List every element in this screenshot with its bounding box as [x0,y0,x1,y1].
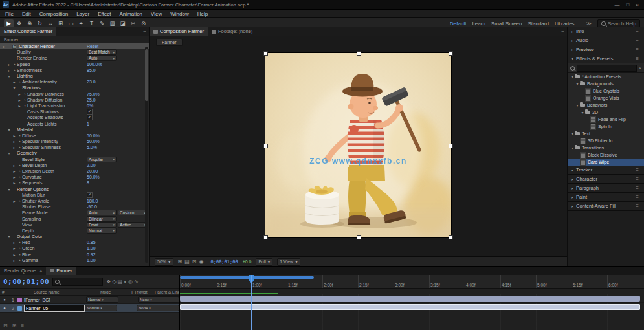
stopwatch-icon[interactable]: ◔ [17,258,22,263]
panel-menu-icon[interactable]: ≡ [559,28,567,34]
layer-track[interactable] [180,303,644,311]
twirl-icon[interactable]: ▸ [570,177,574,181]
clear-search-icon[interactable]: × [639,66,641,71]
panel-menu-icon[interactable]: ≡ [140,28,149,34]
property-value[interactable]: 23.0 [87,80,96,84]
effect-row[interactable]: ▸◔Curvature50.0% [0,174,149,180]
stopwatch-icon[interactable]: ◔ [12,68,17,72]
twirl-icon[interactable]: ▸ [12,145,17,149]
layer-track[interactable] [180,294,644,303]
property-value[interactable]: 1 [87,122,89,126]
twirl-icon[interactable]: ▸ [12,139,17,144]
expand-layer-switches-icon[interactable]: ⊟ [3,323,8,329]
twirl-icon[interactable]: ▾ [570,74,575,79]
twirl-icon[interactable]: ▾ [580,110,585,115]
draft-3d-icon[interactable]: ◇ [112,279,116,285]
tab-footage-none-[interactable]: Footage: (none) [208,27,256,36]
property-value[interactable]: 50.0% [87,133,100,138]
mode-select[interactable]: Normal▾ [85,305,117,311]
clone-stamp-tool[interactable]: ▨ [107,19,117,28]
close-button[interactable]: × [636,2,639,8]
effect-row[interactable]: Render EngineAuto▾ [0,55,149,61]
effect-row[interactable]: ▾Lighting [0,73,149,79]
layer-duration-bar[interactable] [180,296,640,302]
stopwatch-icon[interactable]: ◔ [17,181,22,185]
frame-blend-icon[interactable]: ◐ [124,279,127,285]
dropdown[interactable]: Best Match▾ [87,49,117,55]
hide-shy-layers-icon[interactable]: ▤ [118,279,123,285]
property-value[interactable]: 180.0 [87,199,98,203]
composition-navigator-chip[interactable]: Farmer [156,39,183,46]
property-value[interactable]: 5.0% [87,145,97,149]
dropdown[interactable]: Auto▾ [87,55,117,61]
eye-icon[interactable]: ● [0,298,9,302]
dropdown[interactable]: Front▾ [87,222,117,228]
twirl-icon[interactable]: ▸ [570,204,574,208]
layer-row[interactable]: ●2Farmer_05Normal▾None▾ [0,304,179,313]
property-value[interactable]: 25.0 [87,98,96,102]
work-area-bar[interactable] [180,276,314,279]
effect-row[interactable]: ▾Geometry [0,150,149,156]
selection-handle[interactable] [357,235,361,239]
property-value[interactable]: 1.00 [87,258,96,263]
effect-row[interactable]: ▸◔Shadow Darkness75.0% [0,91,149,97]
twirl-icon[interactable]: ▸ [12,199,17,203]
effect-row[interactable]: ▸◔Diffuse50.0% [0,133,149,138]
preset-item[interactable]: Orange Vista [568,94,644,102]
twirl-icon[interactable]: ▾ [6,187,12,192]
stopwatch-icon[interactable]: ◔ [17,199,22,203]
effect-row[interactable]: ▸◔Shadow Diffusion25.0 [0,97,149,103]
effect-row[interactable]: ▸◔Ambient Intensity23.0 [0,79,149,85]
workspace-standard[interactable]: Standard [527,21,548,27]
preset-item[interactable]: ▾Behaviors [568,102,644,109]
panel-header-content-aware-fill[interactable]: ▸Content-Aware Fill≡ [568,202,644,211]
preset-item[interactable]: 3D Flutter In [568,137,644,144]
twirl-icon[interactable]: ▸ [12,240,17,245]
twirl-icon[interactable]: ▸ [1,44,6,49]
workspace-overflow-button[interactable]: ≫ [586,21,592,27]
menu-layer[interactable]: Layer [76,11,89,17]
twirl-icon[interactable]: ▸ [570,47,574,52]
effect-row[interactable]: ▸◔Specular Shininess5.0% [0,144,149,150]
tab-farmer[interactable]: Farmer [46,267,76,275]
pan-camera-tool[interactable]: ↔ [45,19,55,28]
stopwatch-icon[interactable]: ◔ [17,252,22,257]
property-value[interactable]: 0.92 [87,252,96,257]
stopwatch-icon[interactable]: ◔ [17,246,22,250]
parent-select[interactable]: None▾ [138,296,179,303]
scrollbar-thumb[interactable] [145,49,148,101]
twirl-icon[interactable]: ▸ [570,38,574,43]
layer-row[interactable]: ●1[Farmer_BG]Normal▾None▾ [0,296,179,304]
workspace-learn[interactable]: Learn [472,21,485,27]
twirl-icon[interactable]: ▸ [12,246,17,250]
property-value[interactable]: 8 [87,181,89,185]
zoom-tool[interactable]: ⊕ [25,19,34,28]
panel-menu-icon[interactable]: ≡ [633,56,641,61]
tab-render-queue[interactable]: Render Queue× [0,267,46,275]
pen-tool[interactable]: ✒ [76,19,86,28]
current-time-display[interactable]: 0;00;01;00 [3,278,49,286]
twirl-icon[interactable]: ▸ [12,175,17,179]
timeline-search-input[interactable] [61,279,100,285]
twirl-icon[interactable]: ▾ [575,82,580,86]
property-value[interactable]: 50.0% [87,139,100,144]
grid-and-guides-icon[interactable]: ⊞ [178,259,183,265]
column-header-source-name[interactable]: Source Name [32,290,98,294]
twirl-icon[interactable]: ▸ [12,80,17,84]
checkbox[interactable]: ✓ [87,115,93,120]
effect-row[interactable]: ▸◔Specular Intensity50.0% [0,138,149,144]
expand-transfer-controls-icon[interactable]: ⊞ [12,323,17,329]
composition-canvas[interactable]: ZCG www.qdnxxfb.cn [265,53,451,237]
twirl-icon[interactable]: ▸ [570,195,574,199]
timeline-search-box[interactable] [52,278,103,286]
stopwatch-icon[interactable]: ◔ [17,139,22,144]
panel-header-paint[interactable]: ▸Paint≡ [568,193,644,202]
property-value[interactable]: 50.0% [87,175,100,179]
close-tab-icon[interactable]: × [39,269,42,273]
preset-item[interactable]: ▾Text [568,130,644,137]
effect-row[interactable]: ▾Material [0,127,149,133]
selection-handle[interactable] [449,144,453,148]
maximize-button[interactable]: □ [626,2,629,8]
panel-menu-icon[interactable]: ≡ [633,185,641,191]
panel-menu-icon[interactable]: ≡ [633,203,641,209]
